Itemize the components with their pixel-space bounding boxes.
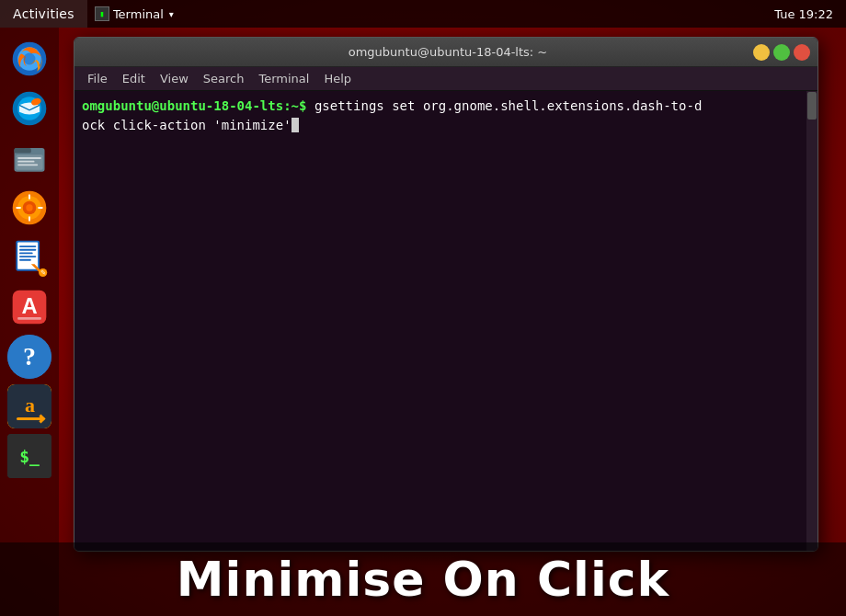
close-button[interactable]: ✕ <box>794 44 810 61</box>
minimize-button[interactable]: – <box>753 44 770 61</box>
terminal-cursor <box>292 118 299 132</box>
svg-rect-24 <box>19 253 33 255</box>
activities-button[interactable]: Activities <box>0 0 87 28</box>
svg-rect-22 <box>19 245 36 247</box>
terminal-taskbar-item[interactable]: ▮ Terminal ▾ <box>87 6 181 21</box>
terminal-command-line-2: ock click-action 'minimize' <box>82 116 810 135</box>
terminal-command-text: gsettings set org.gnome.shell.extensions… <box>314 98 702 113</box>
terminal-content[interactable]: omgubuntu@ubuntu-18-04-lts:~$ gsettings … <box>74 91 817 551</box>
topbar: Activities ▮ Terminal ▾ Tue 19:22 <box>0 0 846 28</box>
dock-icon-appstore[interactable]: A <box>7 285 51 329</box>
dock-icon-help[interactable]: ? <box>7 335 51 379</box>
terminal-titlebar: omgubuntu@ubuntu-18-04-lts: ~ – □ ✕ <box>74 38 817 67</box>
dock-icon-terminal[interactable]: $_ <box>7 434 51 478</box>
terminal-command-line: omgubuntu@ubuntu-18-04-lts:~$ gsettings … <box>82 97 810 116</box>
svg-rect-23 <box>19 249 36 251</box>
terminal-command-text-2: ock click-action 'minimize' <box>82 118 292 132</box>
terminal-prompt-user: omgubuntu@ubuntu-18-04-lts:~$ <box>82 98 306 113</box>
svg-rect-11 <box>17 164 38 165</box>
svg-rect-17 <box>29 216 30 222</box>
dock-icon-amazon[interactable]: a <box>7 384 51 428</box>
maximize-button[interactable]: □ <box>773 44 790 61</box>
dock-icon-files[interactable] <box>7 136 51 180</box>
dock-icon-firefox[interactable] <box>7 37 51 81</box>
terminal-scrollbar-thumb[interactable] <box>807 92 817 120</box>
overlay-title: Minimise On Click <box>177 552 669 607</box>
svg-rect-19 <box>38 207 43 209</box>
svg-rect-26 <box>19 259 31 261</box>
menu-file[interactable]: File <box>80 67 115 91</box>
clock[interactable]: Tue 19:22 <box>761 7 846 21</box>
menu-terminal[interactable]: Terminal <box>251 67 316 91</box>
dock: ✎ A ? a $_ <box>0 28 59 616</box>
terminal-window: omgubuntu@ubuntu-18-04-lts: ~ – □ ✕ File… <box>74 37 818 552</box>
svg-rect-25 <box>19 256 36 257</box>
terminal-taskbar-icon: ▮ <box>95 6 109 21</box>
menu-help[interactable]: Help <box>316 67 359 91</box>
terminal-scrollbar[interactable] <box>806 91 817 551</box>
svg-rect-9 <box>17 157 41 159</box>
terminal-title: omgubuntu@ubuntu-18-04-lts: ~ <box>143 45 753 59</box>
dock-icon-thunderbird[interactable] <box>7 86 51 131</box>
svg-text:✎: ✎ <box>40 268 46 277</box>
svg-rect-16 <box>29 194 30 200</box>
svg-rect-18 <box>16 207 20 209</box>
terminal-menubar: File Edit View Search Terminal Help <box>74 67 817 91</box>
svg-point-2 <box>24 53 36 65</box>
bottom-overlay: Minimise On Click <box>0 542 846 616</box>
dock-icon-rhythmbox[interactable] <box>7 186 51 230</box>
topbar-left: Activities ▮ Terminal ▾ <box>0 0 181 28</box>
svg-rect-7 <box>15 148 31 154</box>
menu-view[interactable]: View <box>153 67 196 91</box>
svg-rect-10 <box>17 161 34 163</box>
menu-search[interactable]: Search <box>196 67 252 91</box>
svg-text:A: A <box>21 293 37 318</box>
terminal-window-controls: – □ ✕ <box>753 44 810 61</box>
menu-edit[interactable]: Edit <box>115 67 153 91</box>
terminal-taskbar-arrow: ▾ <box>169 9 174 19</box>
dock-icon-writer[interactable]: ✎ <box>7 235 51 279</box>
svg-point-15 <box>26 204 32 211</box>
terminal-taskbar-label: Terminal <box>113 7 164 21</box>
svg-rect-31 <box>17 317 41 320</box>
